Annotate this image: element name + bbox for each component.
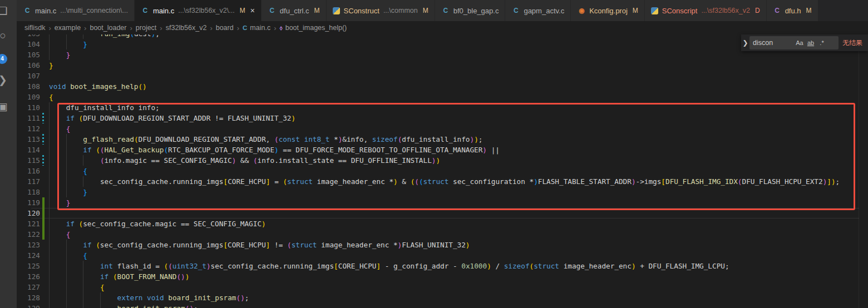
indent-guide: [100, 292, 101, 303]
code-text: if (sec_config_cache.running_imgs[CORE_H…: [83, 240, 470, 250]
code-line-114[interactable]: 114if ((HAL_Get_backup(RTC_BAKCUP_OTA_FO…: [17, 145, 868, 155]
breadcrumb-item[interactable]: board: [216, 24, 234, 32]
git-status-badge: D: [755, 7, 760, 14]
breadcrumb-separator-icon: ›: [84, 24, 86, 32]
git-status-badge: M: [633, 7, 638, 14]
extensions-icon[interactable]: ▣: [0, 100, 11, 113]
breadcrumb-item[interactable]: main.c: [250, 24, 270, 32]
c-file-icon: C: [441, 7, 450, 14]
indent-guide: [83, 271, 83, 282]
code-line-115[interactable]: 115(info.magic == SEC_CONFIG_MAGIC) && (…: [17, 155, 868, 166]
breadcrumb-item[interactable]: boot_loader: [90, 24, 126, 32]
regex-icon[interactable]: .*: [816, 39, 827, 46]
code-line-129[interactable]: 129board_init_psram();: [17, 303, 868, 308]
code-line-112[interactable]: 112{: [17, 123, 868, 134]
breadcrumb-item[interactable]: boot_images_help(): [285, 24, 347, 32]
tab-label: main.c: [153, 7, 174, 15]
find-input[interactable]: [753, 39, 794, 47]
tab-label: dfu_ctrl.c: [280, 7, 309, 15]
code-line-117[interactable]: 117sec_config_cache.running_imgs[CORE_HC…: [17, 176, 868, 187]
python-file-icon: [651, 7, 658, 14]
code-line-125[interactable]: 125int flash_id = ((uint32_t)sec_config_…: [17, 261, 868, 271]
tab-dfu-h[interactable]: Cdfu.hM: [767, 0, 818, 21]
code-line-127[interactable]: 127{: [17, 282, 868, 292]
code-line-122[interactable]: 122{: [17, 229, 868, 240]
code-line-126[interactable]: 126if (BOOT_FROM_NAND()): [17, 271, 868, 282]
activity-bar[interactable]: ❏○❯▣4: [0, 0, 17, 308]
code-line-128[interactable]: 128extern void board_init_psram();: [17, 292, 868, 303]
line-number: 115: [17, 155, 40, 166]
code-text: void boot_images_help(): [49, 81, 147, 92]
code-line-118[interactable]: 118}: [17, 187, 868, 197]
line-number: 114: [17, 145, 40, 155]
code-line-124[interactable]: 124{: [17, 250, 868, 261]
code-line-123[interactable]: 123if (sec_config_cache.running_imgs[COR…: [17, 240, 868, 250]
code-line-109[interactable]: 109{: [17, 92, 868, 102]
indent-guide: [49, 176, 50, 187]
tab-dfu_ctrl-c[interactable]: Cdfu_ctrl.cM: [262, 0, 327, 21]
code-line-107[interactable]: 107: [17, 71, 868, 81]
gutter-added-marker: [42, 208, 45, 218]
code-line-119[interactable]: 119}: [17, 197, 868, 208]
code-line-116[interactable]: 116{: [17, 166, 868, 176]
indent-guide: [83, 176, 83, 187]
code-line-104[interactable]: 104}: [17, 39, 868, 49]
tab-bf0_ble_gap-c[interactable]: Cbf0_ble_gap.c: [435, 0, 506, 21]
line-number: 108: [17, 81, 40, 92]
kconfig-file-icon: ◉: [577, 7, 586, 14]
code-line-120[interactable]: 120: [17, 208, 868, 218]
line-number: 122: [17, 229, 40, 240]
indent-guide: [49, 271, 50, 282]
gutter-added-marker: [42, 229, 45, 240]
code-editor[interactable]: 103run_img(dest);104}105}106}107108void …: [17, 0, 868, 308]
breadcrumb-separator-icon: ›: [160, 24, 162, 32]
code-line-106[interactable]: 106}: [17, 60, 868, 71]
breadcrumb-item[interactable]: project: [136, 24, 157, 32]
indent-guide: [49, 303, 50, 308]
line-number: 124: [17, 250, 40, 261]
code-line-113[interactable]: 113g_flash_read(DFU_DOWNLOAD_REGION_STAR…: [17, 134, 868, 145]
c-file-icon: C: [23, 7, 32, 14]
indent-guide: [49, 166, 50, 176]
breadcrumb[interactable]: siflisdk›example›boot_loader›project›sf3…: [17, 21, 868, 34]
line-number: 104: [17, 39, 40, 49]
code-text: if (BOOT_FROM_NAND()): [100, 271, 189, 282]
line-number: 118: [17, 187, 40, 197]
git-status-badge: M: [240, 7, 245, 14]
tab-SConstruct[interactable]: SConstruct...\commonM: [327, 0, 435, 21]
indent-guide: [49, 39, 50, 49]
breadcrumb-item[interactable]: siflisdk: [24, 24, 46, 32]
tab-main-c[interactable]: Cmain.c...\sf32lb56x_v2\...M×: [135, 0, 262, 21]
tab-gapm_actv-c[interactable]: Cgapm_actv.c: [505, 0, 571, 21]
scrollbar-boundary: [859, 34, 859, 308]
line-number: 111: [17, 113, 40, 123]
breadcrumb-item[interactable]: sf32lb56x_v2: [166, 24, 207, 32]
code-line-121[interactable]: 121if (sec_config_cache.magic == SEC_CON…: [17, 218, 868, 229]
code-line-110[interactable]: 110dfu_install_info info;: [17, 102, 868, 113]
whole-word-icon[interactable]: ab: [805, 39, 816, 46]
close-icon[interactable]: ×: [250, 6, 255, 15]
tab-main-c[interactable]: Cmain.c...\multi_connection\...: [17, 0, 135, 21]
line-number: 119: [17, 197, 40, 208]
line-number: 117: [17, 176, 40, 187]
code-line-111[interactable]: 111if (DFU_DOWNLOAD_REGION_START_ADDR !=…: [17, 113, 868, 123]
source-control-badge: 4: [0, 54, 7, 64]
run-debug-icon[interactable]: ❯: [0, 73, 11, 87]
toggle-replace-chevron-icon[interactable]: ❯: [741, 39, 749, 47]
breadcrumb-item[interactable]: example: [55, 24, 81, 32]
indent-guide: [83, 282, 83, 292]
tab-dir-label: ...\sf32lb56x_v2: [701, 7, 750, 14]
tab-label: bf0_ble_gap.c: [453, 7, 499, 15]
match-case-icon[interactable]: Aa: [794, 39, 805, 46]
line-number: 125: [17, 261, 40, 271]
tab-Kconfig-proj[interactable]: ◉Kconfig.projM: [571, 0, 645, 21]
indent-guide: [66, 282, 67, 292]
code-line-105[interactable]: 105}: [17, 49, 868, 60]
tab-SConscript[interactable]: SConscript...\sf32lb56x_v2D: [645, 0, 767, 21]
code-line-108[interactable]: 108void boot_images_help(): [17, 81, 868, 92]
indent-guide: [66, 166, 67, 176]
indent-guide: [66, 240, 67, 250]
code-text: {: [100, 282, 105, 292]
files-icon[interactable]: ❏: [0, 4, 11, 18]
search-icon[interactable]: ○: [0, 29, 11, 42]
